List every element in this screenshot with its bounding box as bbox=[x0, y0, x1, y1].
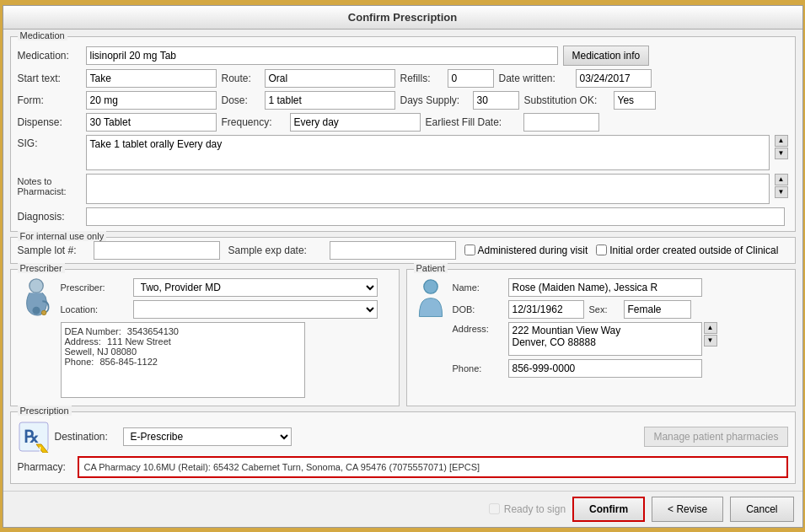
prescriber-icon bbox=[18, 278, 56, 398]
ready-to-sign-checkbox[interactable] bbox=[489, 503, 500, 514]
location-select[interactable] bbox=[133, 300, 378, 319]
destination-select[interactable]: E-Prescribe bbox=[123, 427, 292, 446]
prescriber-phone-label: Phone: bbox=[65, 357, 94, 367]
patient-sex-label: Sex: bbox=[589, 304, 619, 314]
patient-name-label: Name: bbox=[453, 282, 503, 293]
dose-label: Dose: bbox=[222, 94, 260, 106]
sample-exp-label: Sample exp date: bbox=[228, 245, 321, 256]
notes-scroll-up[interactable]: ▲ bbox=[775, 174, 788, 185]
notes-textarea[interactable] bbox=[86, 174, 770, 204]
route-label: Route: bbox=[222, 73, 260, 84]
date-written-input[interactable] bbox=[576, 69, 652, 88]
start-text-label: Start text: bbox=[18, 73, 81, 84]
dialog-body: Medication Medication: Medication info S… bbox=[3, 30, 802, 491]
dispense-input[interactable] bbox=[86, 113, 217, 132]
pharmacy-label: Pharmacy: bbox=[18, 461, 72, 473]
sig-label: SIG: bbox=[18, 135, 81, 149]
confirm-prescription-dialog: Confirm Prescription Medication Medicati… bbox=[3, 5, 803, 528]
pharmacy-value-box: CA Pharmacy 10.6MU (Retail): 65432 Caber… bbox=[78, 456, 788, 478]
pharmacy-value: CA Pharmacy 10.6MU (Retail): 65432 Caber… bbox=[84, 462, 480, 472]
initial-order-checkbox[interactable] bbox=[596, 245, 607, 255]
dispense-label: Dispense: bbox=[18, 116, 81, 128]
patient-addr-scroll-down[interactable]: ▼ bbox=[704, 335, 717, 347]
prescription-section-label: Prescription bbox=[18, 406, 72, 416]
prescriber-name-label: Prescriber: bbox=[61, 282, 128, 293]
substitution-label: Substitution OK: bbox=[524, 94, 609, 106]
patient-name-input[interactable] bbox=[508, 278, 702, 297]
patient-section: Patient Name: DOB: bbox=[406, 269, 796, 406]
prescription-section: Prescription ℞ ! Destination: E-Pr bbox=[10, 411, 796, 484]
date-written-label: Date written: bbox=[499, 73, 571, 84]
confirm-button[interactable]: Confirm bbox=[572, 497, 645, 522]
prescriber-dea-row: DEA Number: 3543654130 Address: 111 New … bbox=[61, 322, 392, 398]
prescriber-fields: Prescriber: Two, Provider MD Location: bbox=[61, 278, 392, 398]
dea-number-row: DEA Number: 3543654130 bbox=[65, 326, 301, 336]
destination-label: Destination: bbox=[55, 431, 118, 443]
administered-checkbox-label[interactable]: Administered during visit bbox=[464, 245, 588, 256]
frequency-input[interactable] bbox=[290, 113, 421, 132]
form-input[interactable] bbox=[86, 91, 217, 110]
prescriber-phone-value: 856-845-1122 bbox=[99, 357, 158, 367]
svg-text:!: ! bbox=[39, 445, 41, 453]
ready-to-sign-area: Ready to sign bbox=[489, 503, 566, 515]
sig-scroll-up[interactable]: ▲ bbox=[775, 135, 788, 147]
prescription-destination-row: ℞ ! Destination: E-Prescribe Manage pati… bbox=[18, 421, 788, 453]
initial-order-label: Initial order created outside of Clinica… bbox=[609, 245, 778, 256]
sig-textarea[interactable] bbox=[86, 135, 770, 170]
prescriber-location-label: Location: bbox=[61, 304, 128, 314]
route-input[interactable] bbox=[265, 69, 395, 88]
dispense-row: Dispense: Frequency: Earliest Fill Date: bbox=[18, 113, 788, 132]
svg-point-2 bbox=[41, 310, 46, 314]
sample-exp-input[interactable] bbox=[330, 241, 456, 260]
svg-point-3 bbox=[423, 279, 437, 293]
patient-icon bbox=[414, 278, 448, 378]
sig-row: SIG: ▲ ▼ bbox=[18, 135, 788, 170]
svg-point-0 bbox=[29, 278, 42, 292]
substitution-input[interactable] bbox=[614, 91, 656, 110]
dose-input[interactable] bbox=[265, 91, 395, 110]
dialog-buttons-area: Ready to sign Confirm < Revise Cancel bbox=[3, 491, 802, 527]
manage-pharmacies-button: Manage patient pharmacies bbox=[644, 427, 787, 447]
medication-input[interactable] bbox=[86, 46, 558, 65]
days-supply-input[interactable] bbox=[473, 91, 519, 110]
patient-addr-scroll-up[interactable]: ▲ bbox=[704, 322, 717, 334]
prescriber-phone-row: Phone: 856-845-1122 bbox=[65, 357, 301, 367]
sig-scroll-controls: ▲ ▼ bbox=[775, 135, 788, 159]
cancel-button[interactable]: Cancel bbox=[730, 497, 793, 522]
diagnosis-input[interactable] bbox=[86, 207, 785, 226]
administered-checkbox[interactable] bbox=[464, 245, 475, 255]
patient-sex-input[interactable] bbox=[624, 300, 691, 319]
revise-button[interactable]: < Revise bbox=[652, 497, 723, 522]
internal-section-label: For internal use only bbox=[18, 231, 107, 241]
patient-phone-row: Phone: bbox=[453, 359, 788, 378]
prescriber-name-row: Prescriber: Two, Provider MD bbox=[61, 278, 392, 297]
notes-scroll-down[interactable]: ▼ bbox=[775, 186, 788, 198]
patient-name-row: Name: bbox=[453, 278, 788, 297]
patient-dob-label: DOB: bbox=[453, 304, 503, 314]
patient-phone-label: Phone: bbox=[453, 363, 503, 373]
start-text-row: Start text: Route: Refills: Date written… bbox=[18, 69, 788, 88]
refills-label: Refills: bbox=[400, 73, 443, 84]
patient-phone-input[interactable] bbox=[508, 359, 702, 378]
internal-section: For internal use only Sample lot #: Samp… bbox=[10, 237, 796, 264]
medication-label: Medication: bbox=[18, 50, 81, 62]
refills-input[interactable] bbox=[448, 69, 494, 88]
sig-scroll-down[interactable]: ▼ bbox=[775, 148, 788, 159]
start-text-input[interactable] bbox=[86, 69, 217, 88]
prescriber-select[interactable]: Two, Provider MD bbox=[133, 278, 378, 297]
patient-address-input[interactable] bbox=[508, 322, 702, 356]
medication-section-label: Medication bbox=[18, 30, 67, 40]
diagnosis-row: Diagnosis: bbox=[18, 207, 788, 226]
sample-lot-input[interactable] bbox=[94, 241, 220, 260]
earliest-fill-input[interactable] bbox=[523, 113, 599, 132]
initial-order-checkbox-label[interactable]: Initial order created outside of Clinica… bbox=[596, 245, 778, 256]
form-label: Form: bbox=[18, 94, 81, 106]
prescriber-dea-box: DEA Number: 3543654130 Address: 111 New … bbox=[61, 322, 305, 398]
prescriber-section: Prescriber Pres bbox=[10, 269, 400, 406]
prescriber-patient-area: Prescriber Pres bbox=[10, 269, 796, 406]
medication-info-button[interactable]: Medication info bbox=[563, 46, 650, 66]
patient-dob-input[interactable] bbox=[508, 300, 584, 319]
dialog-title: Confirm Prescription bbox=[3, 6, 802, 30]
medication-row: Medication: Medication info bbox=[18, 46, 788, 66]
medication-section: Medication Medication: Medication info S… bbox=[10, 36, 796, 232]
